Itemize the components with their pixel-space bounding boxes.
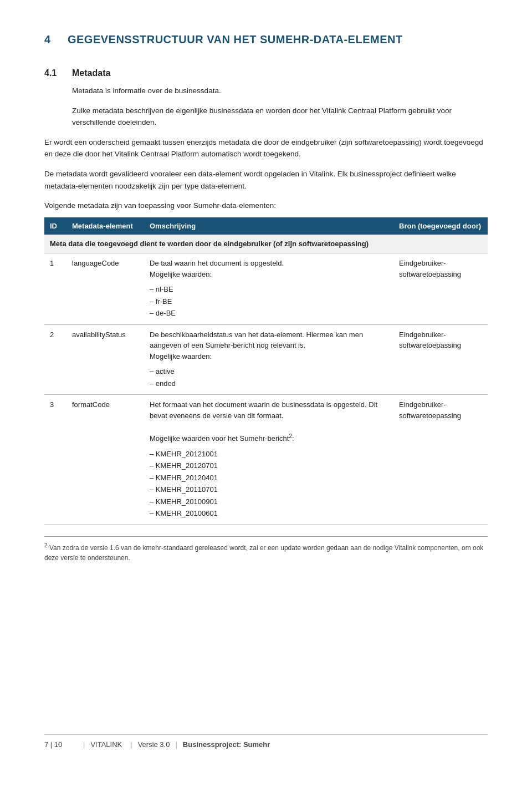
col-header-desc: Omschrijving	[144, 217, 393, 235]
row-1-values: nl-BE fr-BE de-BE	[150, 284, 388, 319]
row-1-desc-main: De taal waarin het document is opgesteld…	[150, 259, 284, 267]
footer-project: Businessproject: Sumehr	[183, 740, 270, 749]
col-header-id: ID	[44, 217, 66, 235]
metadata-table: ID Metadata-element Omschrijving Bron (t…	[44, 217, 488, 525]
footer-version: Versie 3.0	[138, 740, 170, 749]
list-item: fr-BE	[150, 296, 388, 307]
meta-header-row: Meta data die toegevoegd dient te worden…	[44, 235, 488, 253]
list-item: nl-BE	[150, 284, 388, 295]
table-row: 3 formatCode Het formaat van het documen…	[44, 395, 488, 525]
paragraph-4: De metadata wordt gevalideerd vooraleer …	[44, 168, 488, 192]
section-header: 4.1 Metadata	[44, 68, 488, 78]
list-item: KMEHR_20120701	[150, 460, 388, 471]
table-row: 2 availabilityStatus De beschikbaarheids…	[44, 324, 488, 395]
list-item: ended	[150, 378, 388, 389]
list-item: active	[150, 366, 388, 377]
chapter-title-text: GEGEVENSSTRUCTUUR VAN HET SUMEHR-DATA-EL…	[68, 33, 403, 45]
row-1-desc-sub: Mogelijke waarden:	[150, 270, 212, 278]
page-footer: 7 | 10 | VITALINK | Versie 3.0 | Busines…	[44, 734, 488, 749]
row-3-values: KMEHR_20121001 KMEHR_20120701 KMEHR_2012…	[150, 449, 388, 519]
col-header-meta: Metadata-element	[66, 217, 144, 235]
paragraph-3: Er wordt een onderscheid gemaakt tussen …	[44, 136, 488, 160]
list-item: KMEHR_20100601	[150, 508, 388, 519]
chapter-number: 4	[44, 33, 51, 45]
list-item: KMEHR_20121001	[150, 449, 388, 460]
footer-separator-3: |	[175, 740, 177, 749]
row-3-id: 3	[44, 395, 66, 525]
paragraph-2: Zulke metadata beschrijven de eigenlijke…	[72, 105, 488, 129]
row-2-desc-sub: Mogelijke waarden:	[150, 352, 212, 360]
table-row: 1 languageCode De taal waarin het docume…	[44, 253, 488, 325]
list-item: KMEHR_20110701	[150, 484, 388, 495]
row-2-desc-main: De beschikbaarheidstatus van het data-el…	[150, 331, 363, 350]
footer-separator-2: |	[130, 740, 132, 749]
section-number: 4.1	[44, 68, 72, 78]
paragraph-5: Volgende metadata zijn van toepassing vo…	[44, 200, 488, 212]
footer-org: VITALINK	[90, 740, 122, 749]
row-3-desc: Het formaat van het document waarin de b…	[144, 395, 393, 525]
row-3-desc-main: Het formaat van het document waarin de b…	[150, 400, 377, 420]
paragraph-1: Metadata is informatie over de businessd…	[72, 85, 488, 97]
footnote-ref-2: 2	[289, 433, 292, 439]
footnote-section: 2 Van zodra de versie 1.6 van de kmehr-s…	[44, 536, 488, 563]
meta-header-cell: Meta data die toegevoegd dient te worden…	[44, 235, 488, 253]
chapter-title: 4 GEGEVENSSTRUCTUUR VAN HET SUMEHR-DATA-…	[44, 33, 488, 46]
row-3-meta: formatCode	[66, 395, 144, 525]
row-3-source: Eindgebruiker-softwaretoepassing	[393, 395, 488, 525]
row-2-meta: availabilityStatus	[66, 324, 144, 395]
footnote-text: Van zodra de versie 1.6 van de kmehr-sta…	[44, 544, 483, 562]
row-1-meta: languageCode	[66, 253, 144, 325]
col-header-source: Bron (toegevoegd door)	[393, 217, 488, 235]
row-2-desc: De beschikbaarheidstatus van het data-el…	[144, 324, 393, 395]
footer-page-number: 7 | 10	[44, 740, 78, 749]
footer-separator-1: |	[83, 740, 85, 749]
row-3-desc-sub2: Mogelijke waarden voor het Sumehr-berich…	[150, 434, 294, 443]
row-1-desc: De taal waarin het document is opgesteld…	[144, 253, 393, 325]
list-item: KMEHR_20100901	[150, 496, 388, 507]
row-1-id: 1	[44, 253, 66, 325]
row-2-id: 2	[44, 324, 66, 395]
footnote-number: 2	[44, 544, 48, 552]
section-title: Metadata	[72, 68, 110, 78]
row-1-source: Eindgebruiker-softwaretoepassing	[393, 253, 488, 325]
list-item: KMEHR_20120401	[150, 472, 388, 484]
list-item: de-BE	[150, 308, 388, 319]
row-2-source: Eindgebruiker-softwaretoepassing	[393, 324, 488, 395]
row-2-values: active ended	[150, 366, 388, 389]
